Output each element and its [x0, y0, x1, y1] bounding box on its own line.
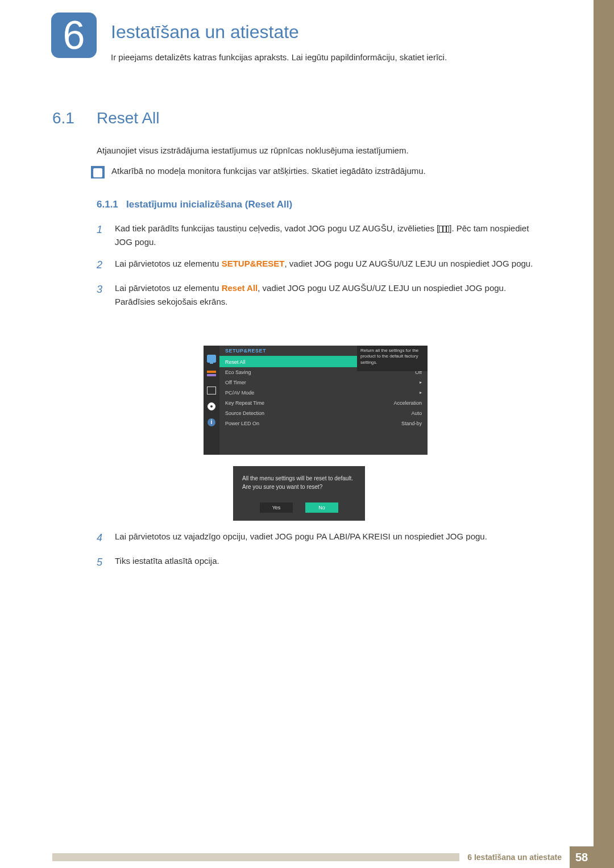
chapter-title: Iestatīšana un atiestate [111, 22, 299, 43]
emphasis: SETUP&RESET [222, 259, 285, 268]
note-icon [91, 166, 105, 178]
no-button[interactable]: No [305, 502, 338, 513]
colorbars-icon [207, 371, 216, 379]
osd-row-label: Power LED On [225, 421, 259, 426]
note-row: Atkarībā no modeļa monitora funkcijas va… [91, 165, 540, 178]
emphasis: Reset All [222, 283, 258, 293]
osd-row-source-detection[interactable]: Source Detection Auto [219, 408, 428, 418]
step-text: Lai pārvietotos uz vajadzīgo opciju, vad… [115, 530, 487, 546]
osd-sidebar: i [204, 346, 219, 455]
osd-menu: i SETUP&RESET Return all the settings fo… [204, 346, 428, 455]
step-number: 4 [97, 530, 105, 546]
osd-main: SETUP&RESET Return all the settings for … [219, 346, 428, 455]
osd-row-value: Stand-by [401, 421, 422, 426]
osd-row-power-led[interactable]: Power LED On Stand-by [219, 418, 428, 429]
step-3: 3 Lai pārvietotos uz elementu Reset All,… [97, 281, 540, 309]
osd-row-off-timer[interactable]: Off Timer ▸ [219, 377, 428, 388]
page-footer: 6 Iestatīšana un atiestate 58 [0, 846, 594, 868]
osd-row-pcav-mode[interactable]: PC/AV Mode ▸ [219, 388, 428, 398]
osd-row-label: Reset All [225, 359, 246, 365]
osd-row-value: Acceleration [393, 400, 422, 406]
footer-bar [52, 853, 459, 861]
step-number: 5 [97, 554, 105, 571]
steps-list: 1 Kad tiek parādīts funkcijas taustiņu c… [97, 222, 540, 317]
dialog-text: All the menu settings will be reset to d… [242, 474, 356, 491]
chapter-subtitle: Ir pieejams detalizēts katras funkcijas … [111, 52, 447, 62]
dialog-line1: All the menu settings will be reset to d… [242, 474, 356, 483]
step-2: 2 Lai pārvietotos uz elementu SETUP&RESE… [97, 257, 540, 273]
text-frag: Lai pārvietotos uz elementu [115, 259, 222, 268]
confirm-dialog: All the menu settings will be reset to d… [233, 466, 365, 521]
osd-row-label: Key Repeat Time [225, 400, 264, 406]
text-frag: Kad tiek parādīts funkcijas taustiņu ceļ… [115, 223, 439, 233]
footer-label: 6 Iestatīšana un atiestate [459, 853, 570, 862]
step-text: Lai pārvietotos uz elementu Reset All, v… [115, 281, 506, 309]
subsection-title: Iestatījumu inicializēšana (Reset All) [126, 199, 292, 210]
chevron-right-icon: ▸ [420, 380, 422, 385]
subsection-heading: 6.1.1 Iestatījumu inicializēšana (Reset … [97, 199, 292, 210]
step-1: 1 Kad tiek parādīts funkcijas taustiņu c… [97, 222, 540, 249]
gear-icon [208, 402, 215, 410]
osd-row-value: Auto [411, 410, 422, 416]
text-frag: Lai pārvietotos uz elementu [115, 283, 222, 293]
section-title: Reset All [97, 109, 160, 127]
side-stripe [594, 0, 614, 868]
text-frag: , vadiet JOG pogu UZ AUGŠU/UZ LEJU un no… [284, 259, 533, 268]
text-frag: , vadiet JOG pogu UZ AUGŠU/UZ LEJU un no… [258, 283, 506, 293]
page-number: 58 [570, 846, 594, 868]
subsection-number: 6.1.1 [97, 199, 118, 210]
step-text: Kad tiek parādīts funkcijas taustiņu ceļ… [115, 222, 540, 249]
note-text: Atkarībā no modeļa monitora funkcijas va… [111, 165, 426, 178]
osd-tooltip: Return all the settings for the product … [357, 346, 428, 371]
step-4: 4 Lai pārvietotos uz vajadzīgo opciju, v… [97, 530, 540, 546]
step-text: Lai pārvietotos uz elementu SETUP&RESET,… [115, 257, 533, 273]
monitor-icon [207, 355, 216, 363]
step-5: 5 Tiks iestatīta atlasītā opcija. [97, 554, 540, 571]
section-intro: Atjaunojiet visus izstrādājuma iestatīju… [97, 144, 540, 157]
osd-row-label: Eco Saving [225, 369, 251, 375]
menu-icon [439, 226, 449, 232]
chevron-right-icon: ▸ [420, 390, 422, 396]
osd-row-label: Source Detection [225, 410, 264, 416]
step-number: 1 [97, 222, 105, 249]
info-icon: i [208, 418, 215, 426]
section-number: 6.1 [52, 109, 74, 127]
yes-button[interactable]: Yes [260, 502, 293, 513]
step-number: 3 [97, 281, 105, 309]
dialog-line2: Are you sure you want to reset? [242, 483, 356, 491]
steps-list-lower: 4 Lai pārvietotos uz vajadzīgo opciju, v… [97, 530, 540, 579]
step-text: Tiks iestatīta atlasītā opcija. [115, 554, 219, 571]
step-number: 2 [97, 257, 105, 273]
osd-row-key-repeat[interactable]: Key Repeat Time Acceleration [219, 398, 428, 408]
text-frag: Parādīsies sekojošais ekrāns. [115, 297, 227, 306]
chapter-badge: 6 [51, 13, 97, 58]
osd-row-label: Off Timer [225, 380, 246, 385]
dialog-buttons: Yes No [242, 502, 356, 513]
resize-icon [207, 387, 216, 394]
osd-row-label: PC/AV Mode [225, 390, 254, 396]
